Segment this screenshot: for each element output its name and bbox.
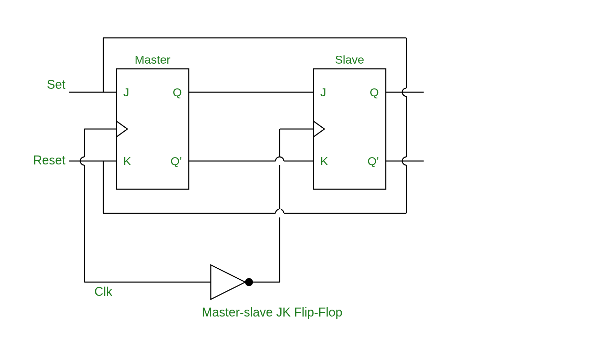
master-clock-edge-icon (116, 121, 127, 137)
master-q-label: Q (173, 86, 182, 99)
master-j-label: J (123, 86, 129, 99)
jk-flip-flop-diagram: Master J K Q Q' Slave J K Q Q' (0, 0, 591, 364)
slave-k-label: K (320, 154, 328, 168)
slave-qn-label: Q' (367, 154, 379, 168)
master-label: Master (135, 53, 170, 66)
master-k-label: K (123, 154, 131, 168)
wire-hop-qprime (276, 157, 284, 161)
slave-q-label: Q (370, 86, 379, 99)
slave-j-label: J (320, 86, 326, 99)
slave-label: Slave (335, 53, 364, 66)
diagram-title: Master-slave JK Flip-Flop (202, 305, 342, 319)
master-qn-label: Q' (170, 154, 182, 168)
set-label: Set (47, 77, 65, 92)
reset-label: Reset (33, 153, 65, 167)
inverter-bubble-icon (246, 279, 252, 286)
slave-clock-edge-icon (313, 121, 324, 137)
inverter-icon (211, 265, 245, 299)
clk-label: Clk (94, 285, 113, 299)
